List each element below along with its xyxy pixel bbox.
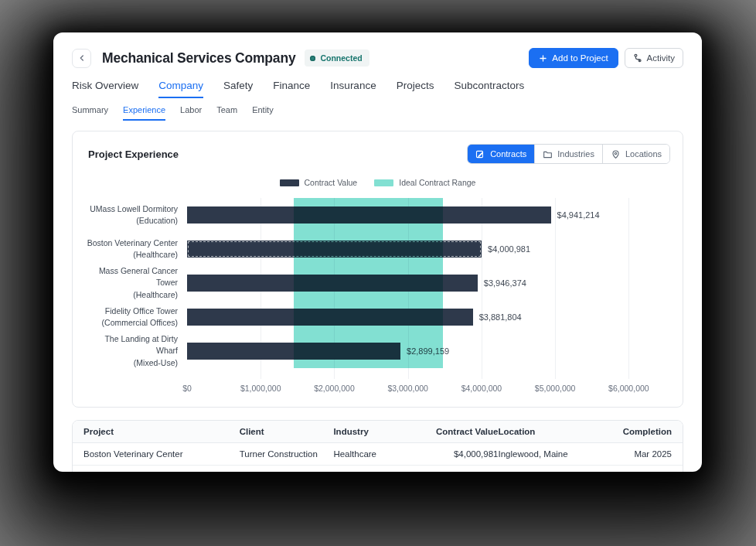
projects-table-card: ProjectClientIndustryContract ValueLocat… (72, 420, 683, 472)
x-axis-tick-label: $0 (182, 384, 192, 393)
page-title: Mechanical Services Company (102, 50, 295, 67)
column-header-client: Client (240, 427, 334, 436)
chart-legend: Contract ValueIdeal Contract Range (85, 178, 670, 187)
bar-value-label: $3,881,804 (479, 312, 522, 322)
x-axis-tick-label: $4,000,000 (461, 384, 502, 393)
add-to-project-button[interactable]: Add to Project (529, 48, 618, 68)
folder-icon (543, 149, 553, 159)
column-header-industry: Industry (333, 427, 413, 436)
connected-dot-icon (310, 56, 315, 61)
back-button[interactable] (72, 49, 91, 68)
table-cell: Boston Veterinary Center (83, 449, 240, 459)
view-industries-button[interactable]: Industries (534, 145, 602, 163)
card-title: Project Experience (85, 148, 179, 160)
column-header-location: Location (498, 427, 595, 436)
view-label: Industries (557, 149, 594, 159)
table-cell: Inglewood, Maine (498, 449, 595, 459)
activity-label: Activity (647, 53, 675, 63)
subtab-summary[interactable]: Summary (72, 105, 108, 121)
tab-company[interactable]: Company (158, 80, 203, 98)
category-label: Mass General Cancer Tower(Healthcare) (85, 266, 179, 300)
tab-subcontractors[interactable]: Subcontractors (454, 80, 524, 98)
table-header-row: ProjectClientIndustryContract ValueLocat… (73, 421, 683, 443)
table-row[interactable]: Mass General Cancer TowerTurner Construc… (73, 466, 683, 472)
subtab-labor[interactable]: Labor (180, 105, 202, 121)
add-to-project-label: Add to Project (552, 53, 608, 63)
view-label: Contracts (490, 149, 526, 159)
chart-x-axis: $0$1,000,000$2,000,000$3,000,000$4,000,0… (187, 384, 666, 396)
view-locations-button[interactable]: Locations (602, 145, 669, 163)
view-label: Locations (625, 149, 662, 159)
x-axis-tick-label: $1,000,000 (240, 384, 281, 393)
bar-value-label: $4,000,981 (488, 244, 530, 254)
table-cell: $4,000,981 (413, 449, 498, 459)
table-cell: Healthcare (333, 449, 413, 459)
x-axis-tick-label: $2,000,000 (314, 384, 355, 393)
page-header: Mechanical Services Company Connected Ad… (53, 32, 702, 121)
app-window: Mechanical Services Company Connected Ad… (53, 32, 702, 472)
activity-branch-icon (633, 53, 642, 63)
pin-icon (611, 149, 621, 159)
category-label: UMass Lowell Dormitory(Education) (85, 198, 179, 232)
status-badge: Connected (305, 49, 369, 67)
contract-value-chart: UMass Lowell Dormitory(Education)Boston … (85, 198, 670, 396)
legend-label: Ideal Contract Range (399, 178, 475, 187)
table-cell: Turner Construction (240, 449, 334, 459)
subtab-experience[interactable]: Experience (123, 105, 165, 121)
chart-category-labels: UMass Lowell Dormitory(Education)Boston … (85, 198, 179, 368)
legend-item-ideal-contract-range: Ideal Contract Range (374, 178, 475, 187)
bar-value-label: $3,946,374 (484, 278, 526, 288)
legend-swatch-icon (280, 179, 299, 186)
x-axis-tick-label: $6,000,000 (608, 384, 649, 393)
table-cell: Mar 2025 (595, 449, 672, 459)
x-axis-tick-label: $5,000,000 (535, 384, 576, 393)
legend-label: Contract Value (305, 178, 358, 187)
subtab-entity[interactable]: Entity (252, 105, 274, 121)
category-label: Fidelity Office Tower(Commercial Offices… (85, 300, 179, 334)
view-contracts-button[interactable]: Contracts (468, 145, 534, 163)
activity-button[interactable]: Activity (625, 48, 683, 68)
category-label: The Landing at Dirty Wharf(Mixed-Use) (85, 334, 179, 368)
tab-finance[interactable]: Finance (273, 80, 310, 98)
legend-item-contract-value: Contract Value (280, 178, 358, 187)
tab-projects[interactable]: Projects (397, 80, 434, 98)
column-header-project: Project (83, 427, 240, 436)
table-body: Boston Veterinary CenterTurner Construct… (73, 443, 683, 472)
main-tabs: Risk OverviewCompanySafetyFinanceInsuran… (72, 80, 683, 98)
bar-value-label: $4,941,214 (557, 210, 600, 220)
x-axis-tick-label: $3,000,000 (387, 384, 428, 393)
tab-safety[interactable]: Safety (223, 80, 253, 98)
plus-icon (539, 54, 547, 63)
tab-risk-overview[interactable]: Risk Overview (72, 80, 138, 98)
chart-plot: $4,941,214$4,000,981$3,946,374$3,881,804… (187, 198, 666, 379)
ideal-range-band (294, 198, 443, 368)
contract-icon (475, 149, 485, 159)
status-badge-label: Connected (320, 53, 362, 63)
tab-insurance[interactable]: Insurance (330, 80, 376, 98)
chevron-left-icon (77, 53, 87, 63)
column-header-contract-value: Contract Value (413, 427, 498, 436)
legend-swatch-icon (374, 179, 393, 186)
project-experience-card: Project Experience ContractsIndustriesLo… (72, 131, 683, 408)
subtab-team[interactable]: Team (216, 105, 237, 121)
table-row[interactable]: Boston Veterinary CenterTurner Construct… (73, 443, 683, 466)
category-label: Boston Veterinary Center(Healthcare) (85, 232, 179, 266)
sub-tabs: SummaryExperienceLaborTeamEntity (72, 105, 683, 121)
column-header-completion: Completion (595, 427, 672, 436)
chart-view-toggle: ContractsIndustriesLocations (467, 144, 670, 164)
